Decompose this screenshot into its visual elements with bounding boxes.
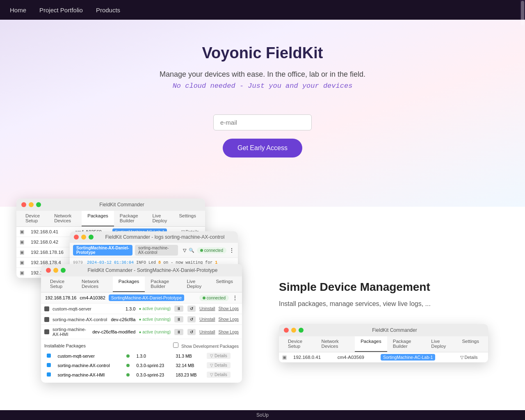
restart-button[interactable]: ↺ [187, 329, 196, 335]
bottom-right-window: FieldKit Commander Device Setup Network … [279, 324, 488, 363]
menu-button[interactable]: ⋮ [229, 247, 235, 253]
pkg-tab-packages[interactable]: Packages [113, 276, 145, 292]
tab-package-builder[interactable]: Package Builder [114, 211, 147, 226]
br-tab-settings[interactable]: Settings [456, 336, 485, 352]
br-maximize-button[interactable] [299, 328, 304, 333]
email-input[interactable] [213, 114, 312, 130]
content-section: FieldKit Commander Device Setup Network … [0, 207, 525, 412]
scrollbar[interactable] [520, 0, 525, 20]
br-window-title: FieldKit Commander [306, 327, 483, 333]
installable-row: custom-mqtt-server 1.3.0 31.3 MB ▽ Detai… [44, 351, 239, 361]
pkg-tab-deploy[interactable]: Live Deploy [181, 276, 210, 292]
details-button[interactable]: ▽ Details [460, 355, 478, 360]
pkg-color-icon [47, 363, 51, 367]
log-window-title: FieldKit Commander - logs sorting-machin… [96, 234, 234, 240]
footer-text: SoUp [256, 412, 269, 418]
pkg-device-tag: SortingMachine-AX-Daniel-Prototype [109, 294, 184, 301]
bottom-right-screenshot: FieldKit Commander Device Setup Network … [279, 324, 488, 363]
tab-network-devices[interactable]: Network Devices [48, 211, 82, 226]
device-tag: SortingMachine-AC-Lab-1 [377, 352, 457, 363]
show-dev-label[interactable]: Show Development Packages [173, 342, 239, 349]
installable-details-button[interactable]: ▽ Details [207, 353, 230, 359]
installable-name: sorting-machine-AX-HMI [55, 370, 124, 379]
device-icon: ▣ [279, 352, 290, 363]
show-logs-button[interactable]: Show Logs [219, 306, 239, 311]
service-name: sorting-machine-AX-HMI [52, 327, 89, 337]
nav-portfolio[interactable]: Project Portfolio [39, 7, 83, 14]
pkg-window-title: FieldKit Commander - SortingMachine-AX-D… [68, 267, 237, 273]
main-window-title: FieldKit Commander [43, 202, 200, 208]
device-icon: ▣ [16, 237, 27, 247]
br-tab-device-setup[interactable]: Device Setup [282, 336, 316, 352]
tab-settings[interactable]: Settings [173, 211, 202, 226]
main-window-tabs: Device Setup Network Devices Packages Pa… [16, 211, 205, 227]
uninstall-button[interactable]: Uninstall [199, 306, 215, 311]
tab-packages[interactable]: Packages [82, 211, 114, 226]
br-tab-packages[interactable]: Packages [355, 336, 387, 352]
tab-live-deploy[interactable]: Live Deploy [146, 211, 173, 226]
minimize-button[interactable] [29, 202, 34, 207]
uninstall-button[interactable]: Uninstall [199, 317, 215, 322]
status-dot [200, 249, 203, 252]
pkg-minimize-button[interactable] [53, 268, 58, 273]
restart-button[interactable]: ↺ [187, 316, 196, 322]
br-tab-deploy[interactable]: Live Deploy [425, 336, 456, 352]
installable-details-button[interactable]: ▽ Details [207, 362, 230, 368]
show-logs-button[interactable]: Show Logs [219, 317, 239, 322]
nav-home[interactable]: Home [10, 7, 26, 14]
cta-button[interactable]: Get Early Access [223, 139, 302, 158]
pause-button[interactable]: ⏸ [174, 329, 183, 335]
status-dot [203, 297, 205, 299]
log-minimize-button[interactable] [81, 235, 86, 240]
maximize-button[interactable] [36, 202, 41, 207]
br-tabs: Device Setup Network Devices Packages Pa… [279, 336, 488, 352]
br-tab-network[interactable]: Network Devices [316, 336, 355, 352]
pkg-tab-network[interactable]: Network Devices [76, 276, 113, 292]
br-close-button[interactable] [284, 328, 289, 333]
installable-packages-table: custom-mqtt-server 1.3.0 31.3 MB ▽ Detai… [44, 351, 239, 379]
pkg-tab-settings[interactable]: Settings [210, 276, 239, 292]
service-version: dev-c26cf8a-modified [92, 329, 135, 334]
device-ip: 192.168.0.41 [27, 227, 72, 237]
br-minimize-button[interactable] [291, 328, 296, 333]
service-name: sorting-machine-AX-control [52, 317, 107, 322]
connected-badge: connected [197, 247, 226, 253]
show-logs-button[interactable]: Show Logs [219, 330, 239, 334]
hero-title: Voyonic FieldKit [8, 44, 517, 62]
hero-subtitle: Manage your devices with ease. In the of… [8, 70, 517, 79]
installable-row: sorting-machine-AX-HMI 0.3.0-sprint-23 1… [44, 370, 239, 379]
tab-device-setup[interactable]: Device Setup [20, 211, 48, 226]
pkg-device-id: cm4-A10382 [80, 295, 105, 300]
pkg-tab-builder[interactable]: Package Builder [145, 276, 181, 292]
pause-button[interactable]: ⏸ [174, 306, 183, 312]
pkg-status-badge: connected [199, 295, 229, 301]
installable-details-button[interactable]: ▽ Details [207, 372, 230, 378]
service-row: custom-mqtt-server 1.3.0 ● active (runni… [41, 304, 242, 314]
uninstall-button[interactable]: Uninstall [199, 330, 215, 334]
pkg-color-icon [47, 372, 51, 377]
filter-button[interactable]: ▽ [183, 248, 186, 253]
search-button[interactable]: 🔍 [189, 248, 194, 253]
restart-button[interactable]: ↺ [187, 306, 196, 312]
device-ip: 192.168.0.41 [290, 352, 334, 363]
device-icon: ▣ [16, 258, 27, 268]
installable-section: Installable Packages Show Development Pa… [41, 339, 242, 383]
pkg-menu-button[interactable]: ⋮ [232, 294, 238, 301]
device-icon: ▣ [16, 247, 27, 258]
show-dev-checkbox[interactable] [173, 342, 178, 348]
log-close-button[interactable] [74, 235, 79, 240]
device-id: cm4-A03569 [334, 352, 377, 363]
pkg-close-button[interactable] [46, 268, 51, 273]
pkg-maximize-button[interactable] [61, 268, 66, 273]
pkg-tab-device-setup[interactable]: Device Setup [44, 276, 76, 292]
footer: SoUp [0, 410, 525, 420]
log-maximize-button[interactable] [89, 235, 94, 240]
table-row: ▣ 192.168.0.41 cm4-A03569 SortingMachine… [279, 352, 488, 363]
close-button[interactable] [21, 202, 26, 207]
feature-text-block: Simple Device Management Install package… [279, 207, 509, 308]
pkg-device-ip: 192.168.178.16 [45, 295, 76, 300]
br-tab-builder[interactable]: Package Builder [387, 336, 426, 352]
service-version: 1.3.0 [126, 306, 135, 311]
nav-products[interactable]: Products [96, 7, 120, 14]
pause-button[interactable]: ⏸ [174, 316, 183, 322]
